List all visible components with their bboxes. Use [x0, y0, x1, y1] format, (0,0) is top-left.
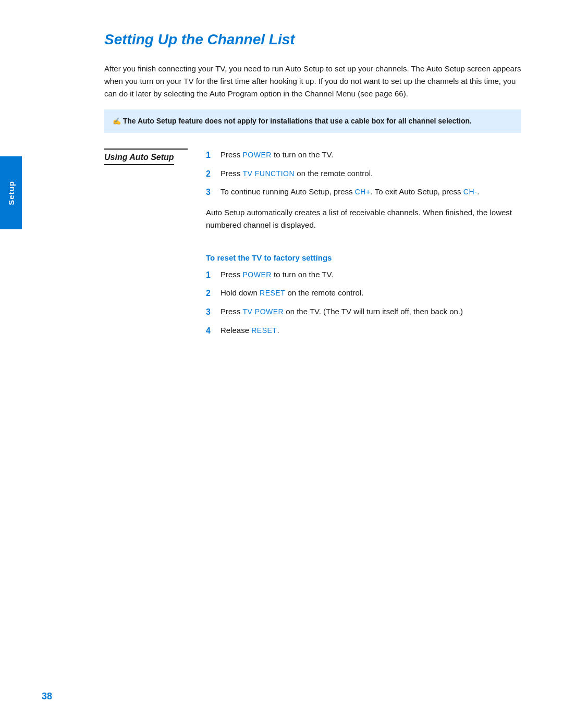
tv-power-keyword: TV POWER	[243, 307, 284, 316]
note-box: ✍ The Auto Setup feature does not apply …	[104, 109, 521, 133]
note-icon: ✍	[113, 117, 123, 125]
reset-step-2-number: 2	[206, 287, 215, 300]
power-keyword-2: POWER	[243, 270, 272, 279]
reset-step-3-number: 3	[206, 305, 215, 319]
reset-step-4-number: 4	[206, 324, 215, 338]
reset-step-1: 1 Press POWER to turn on the TV.	[206, 268, 521, 282]
step-2-text: Press TV FUNCTION on the remote control.	[221, 167, 521, 181]
ch-minus-keyword: CH-	[463, 188, 477, 196]
step-2: 2 Press TV FUNCTION on the remote contro…	[206, 167, 521, 181]
section-label-area: Using Auto Setup	[104, 149, 206, 243]
intro-paragraph: After you finish connecting your TV, you…	[104, 63, 521, 100]
page-number: 38	[42, 691, 52, 702]
power-keyword-1: POWER	[243, 151, 272, 159]
sidebar-tab-label: Setup	[7, 181, 16, 205]
tv-function-keyword: TV FUNCTION	[243, 169, 295, 178]
step-3-number: 3	[206, 186, 215, 199]
section-content: 1 Press POWER to turn on the TV. 2 Press…	[206, 149, 521, 243]
divider	[104, 149, 188, 150]
reset-step-2-text: Hold down RESET on the remote control.	[221, 287, 521, 300]
factory-reset-heading: To reset the TV to factory settings	[206, 253, 521, 262]
reset-step-1-text: Press POWER to turn on the TV.	[221, 268, 521, 282]
step-2-number: 2	[206, 167, 215, 181]
step-1-text: Press POWER to turn on the TV.	[221, 149, 521, 162]
reset-step-3: 3 Press TV POWER on the TV. (The TV will…	[206, 305, 521, 319]
reset-step-1-number: 1	[206, 268, 215, 282]
reset-step-2: 2 Hold down RESET on the remote control.	[206, 287, 521, 300]
full-content: After you finish connecting your TV, you…	[104, 63, 521, 337]
page-container: Setup Setting Up the Channel List After …	[0, 0, 563, 728]
factory-reset-section: To reset the TV to factory settings 1 Pr…	[206, 253, 521, 337]
step-3-text: To continue running Auto Setup, press CH…	[221, 186, 521, 199]
ch-plus-keyword: CH+	[355, 188, 371, 196]
reset-step-4-text: Release RESET.	[221, 324, 521, 338]
step-3: 3 To continue running Auto Setup, press …	[206, 186, 521, 199]
auto-description: Auto Setup automatically creates a list …	[206, 206, 521, 231]
note-text: The Auto Setup feature does not apply fo…	[123, 117, 472, 125]
using-auto-setup-section: Using Auto Setup 1 Press POWER to turn o…	[104, 149, 521, 243]
step-1: 1 Press POWER to turn on the TV.	[206, 149, 521, 162]
reset-keyword-1: RESET	[260, 289, 285, 297]
section-label: Using Auto Setup	[104, 153, 174, 165]
reset-step-3-text: Press TV POWER on the TV. (The TV will t…	[221, 305, 521, 319]
sidebar-tab: Setup	[0, 156, 22, 229]
reset-keyword-2: RESET	[251, 326, 277, 335]
auto-setup-steps: 1 Press POWER to turn on the TV. 2 Press…	[206, 149, 521, 199]
reset-step-4: 4 Release RESET.	[206, 324, 521, 338]
factory-reset-steps: 1 Press POWER to turn on the TV. 2 Hold …	[206, 268, 521, 337]
step-1-number: 1	[206, 149, 215, 162]
page-title: Setting Up the Channel List	[104, 31, 521, 48]
